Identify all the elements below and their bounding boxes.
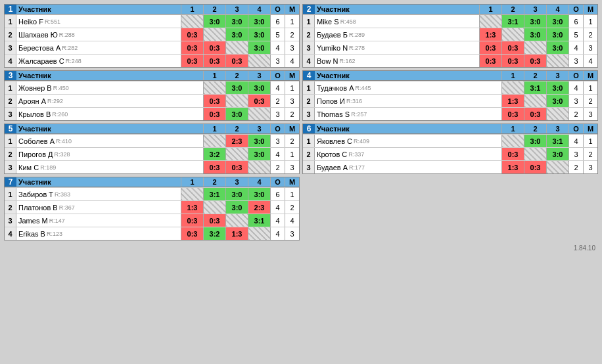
row-number: 1 — [5, 188, 16, 200]
table-row: 3Ким СR:1890:30:323 — [5, 160, 299, 173]
group-1-col-2-header: 2 — [203, 5, 225, 14]
o-cell: 4 — [270, 148, 285, 160]
group-1-col-3-header: 3 — [225, 5, 248, 14]
participant-name: Thomas S — [317, 110, 350, 118]
main-container: 1Участник1234ОМ1Heiko FR:5513:03:03:0612… — [4, 4, 598, 253]
participant-rating: R:445 — [356, 85, 371, 91]
m-cell: 2 — [285, 135, 299, 147]
participant-rating: R:177 — [349, 164, 365, 171]
participant-rating: R:337 — [348, 151, 364, 158]
o-cell: 4 — [568, 81, 583, 94]
group-7-col-4-header: 4 — [248, 177, 270, 187]
score-cell: 3:1 — [546, 135, 568, 147]
score-cell — [225, 95, 248, 107]
o-cell: 3 — [568, 55, 583, 67]
group-1-o-header: О — [270, 5, 285, 14]
score-cell: 0:3 — [203, 95, 225, 107]
participant-name: Яковлев С — [317, 137, 352, 145]
o-cell: 4 — [568, 135, 583, 147]
score-cell: 0:3 — [501, 41, 524, 54]
o-cell: 2 — [568, 161, 583, 173]
row-number: 4 — [303, 55, 315, 67]
group-6-o-header: О — [568, 124, 583, 133]
score-cell — [524, 148, 546, 160]
score-cell — [203, 81, 225, 94]
participant-cell: Кротов СR:337 — [315, 148, 501, 160]
group-7-wrapper: 7Участник1234ОМ1Забиров ТR:3833:13:03:06… — [4, 177, 300, 240]
score-cell: 0:3 — [181, 28, 203, 41]
participant-name: Соболев А — [18, 137, 55, 145]
score-cell: 3:0 — [225, 108, 248, 120]
group-3-number: 3 — [5, 71, 16, 80]
group-5-col-3-header: 3 — [248, 124, 270, 133]
o-cell: 6 — [270, 188, 285, 200]
participant-cell: Соболев АR:410 — [16, 135, 203, 147]
participant-cell: Попов ИR:316 — [315, 95, 501, 107]
m-cell: 3 — [285, 41, 299, 54]
participant-name: Будаев А — [317, 164, 348, 171]
group-3-col-3-header: 3 — [248, 71, 270, 80]
table-row: 4Жалсараев СR:2480:30:30:334 — [5, 54, 299, 67]
table-row: 2Кротов СR:3370:33:032 — [303, 147, 597, 160]
score-cell: 3:0 — [546, 41, 568, 54]
score-cell: 0:3 — [203, 214, 225, 227]
group-5-o-header: О — [270, 124, 285, 133]
group-4-col-2-header: 2 — [524, 71, 546, 80]
score-cell: 0:3 — [203, 108, 225, 120]
participant-rating: R:257 — [351, 111, 367, 118]
participant-cell: Забиров ТR:383 — [16, 188, 181, 200]
m-cell: 2 — [583, 28, 597, 41]
table-row: 1Жовнер ВR:4503:03:041 — [5, 81, 299, 94]
row-number: 2 — [5, 148, 16, 160]
score-cell — [225, 41, 248, 54]
row-number: 3 — [303, 161, 315, 173]
o-cell: 3 — [568, 148, 583, 160]
participant-rating: R:123 — [47, 231, 62, 237]
m-cell: 1 — [583, 81, 597, 94]
m-cell: 2 — [285, 108, 299, 120]
participant-rating: R:328 — [55, 151, 70, 158]
m-cell: 3 — [583, 161, 597, 173]
group-6-number: 6 — [303, 124, 315, 133]
group-5-number: 5 — [5, 124, 16, 133]
score-cell: 0:3 — [524, 55, 546, 67]
m-cell: 1 — [285, 188, 299, 200]
m-cell: 4 — [285, 214, 299, 227]
participant-rating: R:248 — [66, 58, 81, 64]
participant-cell: Yumiko NR:278 — [315, 41, 479, 54]
table-row: 1Тудачков АR:4453:13:041 — [303, 81, 597, 94]
score-cell: 0:3 — [225, 55, 248, 67]
row-number: 3 — [303, 108, 315, 120]
participant-name: Платонов В — [18, 204, 58, 212]
participant-name: Крылов В — [18, 110, 51, 118]
score-cell — [501, 135, 524, 147]
participant-rating: R:260 — [52, 111, 68, 118]
score-cell: 1:3 — [501, 161, 524, 173]
group-2-number: 2 — [303, 5, 315, 14]
participant-cell: Mike SR:458 — [315, 15, 479, 28]
row-number: 3 — [5, 108, 16, 120]
participant-rating: R:450 — [53, 85, 69, 91]
score-cell — [203, 201, 225, 214]
o-cell: 4 — [568, 41, 583, 54]
o-cell: 3 — [568, 95, 583, 107]
score-cell: 0:3 — [524, 108, 546, 120]
participant-cell: Будаев АR:177 — [315, 161, 501, 173]
score-cell: 3:0 — [203, 15, 225, 28]
group-7-m-header: М — [285, 177, 299, 187]
participant-rating: R:367 — [59, 204, 75, 211]
participant-name: Жалсараев С — [18, 57, 64, 65]
group-5-col-1-header: 1 — [203, 124, 225, 133]
group-6: 6Участник123ОМ1Яковлев СR:4093:03:1412Кр… — [302, 124, 598, 174]
score-cell: 3:1 — [248, 214, 270, 227]
group-2-o-header: О — [568, 5, 583, 14]
group-7: 7Участник1234ОМ1Забиров ТR:3833:13:03:06… — [4, 177, 300, 240]
groups-row-3: 5Участник123ОМ1Соболев АR:4102:33:0322Пи… — [4, 124, 598, 174]
group-7-header: 7Участник1234ОМ — [5, 177, 299, 187]
score-cell: 1:3 — [225, 227, 248, 240]
score-cell: 3:0 — [248, 28, 270, 41]
o-cell: 5 — [568, 28, 583, 41]
o-cell: 4 — [270, 41, 285, 54]
participant-cell: Heiko FR:551 — [16, 15, 181, 28]
participant-name: James M — [18, 217, 48, 225]
